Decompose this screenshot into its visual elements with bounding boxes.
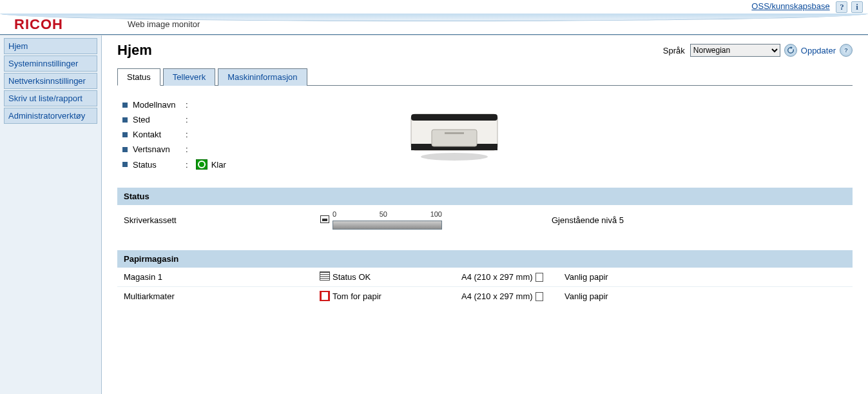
refresh-link[interactable]: Oppdater (801, 46, 836, 55)
tab-bar: Status Telleverk Maskininformasjon (117, 68, 853, 86)
tab-counter[interactable]: Telleverk (163, 68, 215, 86)
tray-name: Multiarkmater (124, 291, 317, 301)
page-icon (535, 273, 543, 282)
topbar: OSS/kunnskapsbase ? i (0, 0, 868, 14)
tray-ok-icon (320, 271, 330, 281)
header: RICOH Web image monitor (0, 14, 868, 35)
sidebar-item-admin-tools[interactable]: Administratorverktøy (4, 108, 97, 124)
section-tray-header: Papirmagasin (117, 250, 853, 268)
section-status-header: Status (117, 188, 853, 205)
sidebar-item-system-settings[interactable]: Systeminnstillinger (4, 55, 97, 72)
bullet-icon (122, 132, 128, 137)
content: Hjem Språk Norwegian Oppdater ? Status T… (102, 35, 868, 394)
tray-size: A4 (210 x 297 mm) (461, 272, 564, 282)
kb-link[interactable]: OSS/kunnskapsbase (751, 1, 829, 11)
svg-rect-5 (445, 132, 464, 134)
device-info-list: Modellnavn: Sted: Kontakt: Vertsnavn: St… (122, 97, 316, 172)
supply-row: Skriverkassett 0 50 100 Gjenstående nivå… (117, 205, 853, 235)
tray-name: Magasin 1 (124, 272, 317, 282)
tray-empty-icon (320, 291, 330, 301)
refresh-icon[interactable] (784, 44, 797, 57)
status-label: Status (133, 160, 186, 170)
tray-type: Vanlig papir (564, 272, 846, 282)
status-ok-icon (196, 159, 207, 170)
sidebar-item-network-settings[interactable]: Nettverksinnstillinger (4, 73, 97, 89)
bullet-icon (122, 162, 128, 167)
supply-gauge-fill (333, 221, 441, 229)
printer-illustration (406, 97, 503, 170)
page-title: Hjem (117, 42, 152, 59)
lang-refresh-block: Språk Norwegian Oppdater ? (663, 44, 853, 57)
bullet-icon (122, 103, 128, 108)
supply-gauge (333, 221, 442, 230)
status-value: Klar (211, 160, 226, 170)
host-label: Vertsnavn (133, 144, 186, 154)
help-icon[interactable]: ? (836, 1, 847, 13)
tray-status: Tom for papir (333, 291, 461, 301)
language-label: Språk (663, 46, 685, 55)
bullet-icon (122, 147, 128, 152)
svg-point-6 (421, 153, 488, 161)
tray-type: Vanlig papir (564, 291, 846, 301)
sidebar-item-print-list-report[interactable]: Skriv ut liste/rapport (4, 90, 97, 106)
tab-status[interactable]: Status (117, 68, 160, 86)
gauge-scale: 0 50 100 (333, 210, 442, 218)
bullet-icon (122, 117, 128, 123)
tray-status: Status OK (333, 272, 461, 282)
contact-label: Kontakt (133, 130, 186, 139)
page-icon (535, 292, 543, 301)
sidebar: Hjem Systeminnstillinger Nettverksinnsti… (0, 35, 102, 394)
model-label: Modellnavn (133, 100, 186, 110)
svg-rect-2 (411, 114, 497, 121)
cartridge-icon (320, 215, 329, 223)
location-label: Sted (133, 115, 186, 124)
info-icon[interactable]: i (851, 1, 863, 13)
help-round-icon[interactable]: ? (840, 44, 853, 57)
sidebar-item-home[interactable]: Hjem (4, 38, 97, 54)
app-title: Web image monitor (128, 19, 200, 29)
svg-rect-4 (432, 130, 477, 146)
tab-machine-info[interactable]: Maskininformasjon (218, 68, 307, 86)
tray-row: Multiarkmater Tom for papir A4 (210 x 29… (117, 286, 853, 306)
supply-name: Skriverkassett (124, 215, 317, 225)
supply-remaining: Gjenstående nivå 5 (552, 215, 846, 225)
brand-logo: RICOH (14, 16, 63, 33)
svg-text:?: ? (844, 47, 848, 54)
tray-size: A4 (210 x 297 mm) (461, 291, 564, 301)
language-select[interactable]: Norwegian (690, 44, 780, 57)
tray-table: Magasin 1 Status OK A4 (210 x 297 mm) Va… (117, 268, 853, 306)
tray-row: Magasin 1 Status OK A4 (210 x 297 mm) Va… (117, 268, 853, 286)
